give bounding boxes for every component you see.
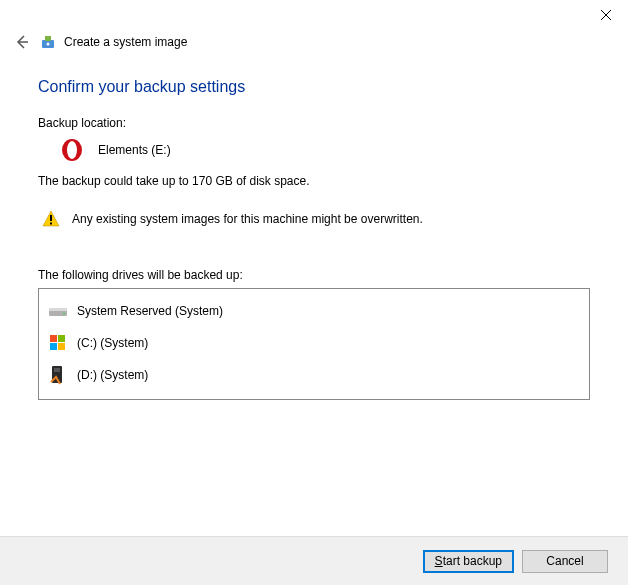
backup-location-value: Elements (E:): [98, 143, 171, 157]
app-icon: [40, 34, 56, 50]
svg-rect-11: [49, 308, 67, 311]
start-backup-button[interactable]: Start backup: [423, 550, 514, 573]
drive-icon: [47, 300, 69, 322]
svg-rect-9: [50, 223, 52, 225]
list-item: (C:) (System): [47, 327, 581, 359]
close-icon: [601, 10, 611, 20]
svg-rect-18: [54, 368, 60, 372]
drives-label: The following drives will be backed up:: [38, 268, 590, 282]
cancel-button[interactable]: Cancel: [522, 550, 608, 573]
svg-rect-14: [58, 335, 65, 342]
drive-app-icon: [60, 138, 84, 162]
svg-point-7: [67, 141, 77, 159]
svg-rect-15: [50, 343, 57, 350]
drives-list: System Reserved (System) (C:) (System): [38, 288, 590, 400]
list-item: (D:) (System): [47, 359, 581, 391]
svg-point-12: [63, 313, 65, 315]
warning-text: Any existing system images for this mach…: [72, 212, 423, 226]
svg-rect-8: [50, 215, 52, 221]
list-item: System Reserved (System): [47, 295, 581, 327]
svg-rect-16: [58, 343, 65, 350]
backup-location-row: Elements (E:): [38, 138, 590, 162]
warning-icon: [42, 210, 60, 228]
back-arrow-icon: [14, 34, 30, 50]
drive-name: (C:) (System): [77, 336, 148, 350]
app-title: Create a system image: [64, 35, 187, 49]
drive-name: System Reserved (System): [77, 304, 223, 318]
svg-point-5: [47, 43, 50, 46]
start-rest: tart backup: [443, 554, 502, 568]
svg-rect-13: [50, 335, 57, 342]
drive-name: (D:) (System): [77, 368, 148, 382]
drive-icon: [47, 364, 69, 386]
close-button[interactable]: [583, 0, 628, 30]
backup-location-label: Backup location:: [38, 116, 590, 130]
start-accel: S: [435, 554, 443, 568]
page-heading: Confirm your backup settings: [38, 78, 590, 96]
warning-row: Any existing system images for this mach…: [38, 210, 590, 228]
windows-drive-icon: [47, 332, 69, 354]
backup-size-text: The backup could take up to 170 GB of di…: [38, 174, 590, 188]
svg-rect-4: [45, 36, 51, 41]
back-button[interactable]: [12, 32, 32, 52]
